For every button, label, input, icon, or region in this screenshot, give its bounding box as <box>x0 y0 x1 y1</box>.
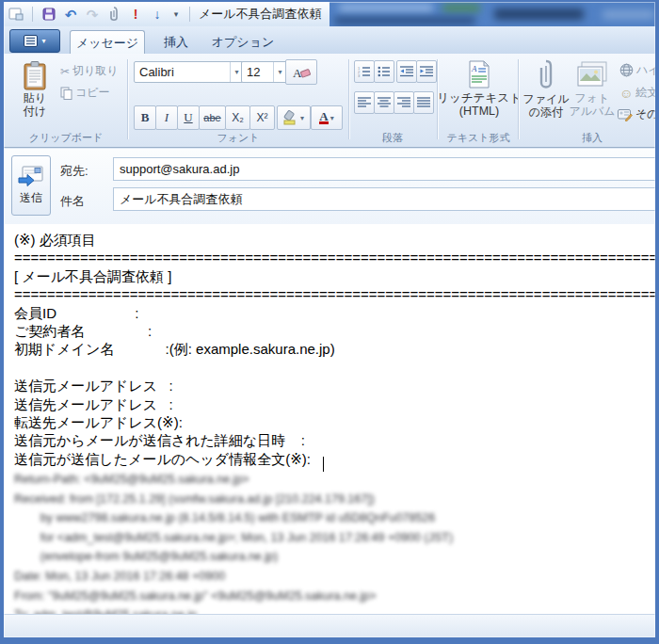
superscript-button[interactable]: X² <box>249 105 275 130</box>
blurred-header-line: Date: Mon, 13 Jun 2016 17:26:48 +0900 <box>14 567 655 587</box>
paste-label: 貼り <box>24 91 46 105</box>
decrease-indent-button[interactable] <box>396 60 417 83</box>
attach-file-icon[interactable] <box>105 6 122 23</box>
cut-label: 切り取り <box>72 63 119 79</box>
body-line: 転送先メールアドレス(※): <box>14 413 655 431</box>
body-line: 送信元からメールが送信された詳細な日時 : <box>14 431 655 449</box>
highlight-pen-icon <box>283 110 298 125</box>
highlight-color-button[interactable]: ▾ <box>277 105 311 130</box>
chevron-down-icon: ▾ <box>300 114 304 122</box>
copy-icon <box>60 87 72 100</box>
ribbon: 貼り 付け ✂ 切り取り コピー クリップボード Calibri ▾ 12 ▾ … <box>2 54 655 148</box>
body-line: ========================================… <box>14 249 655 266</box>
attach-file-label: ファイル <box>522 92 569 105</box>
blurred-header-line: Received: from [172.25.1.29] (ssmfw.saku… <box>14 490 655 509</box>
other-insert-button[interactable]: その他 ▾ <box>618 106 659 122</box>
body-line: 送信先メールアドレス : <box>14 395 655 413</box>
paste-button[interactable]: 貼り 付け <box>13 58 56 130</box>
titlebar: ↶ ↷ ! ↓ ▾ メール不具合調査依頼 <box>2 2 655 26</box>
rich-text-format-button[interactable]: A リッチテキスト (HTML) <box>442 57 516 131</box>
italic-button[interactable]: I <box>155 105 178 130</box>
send-label: 送信 <box>20 190 42 206</box>
underline-button[interactable]: U <box>177 105 200 130</box>
cut-button[interactable]: ✂ 切り取り <box>60 63 119 79</box>
clear-formatting-icon: A <box>292 65 311 80</box>
numbered-list-button[interactable]: 123 <box>354 60 375 83</box>
qat-customize-icon[interactable]: ▾ <box>170 6 182 23</box>
subject-label: 件名 <box>60 193 85 210</box>
quick-access-toolbar: ↶ ↷ ! ↓ ▾ <box>8 6 193 23</box>
clear-formatting-button[interactable]: A <box>285 59 317 85</box>
copy-button[interactable]: コピー <box>60 85 110 101</box>
status-bar <box>2 614 655 638</box>
increase-indent-button[interactable] <box>416 60 437 83</box>
blurred-header-line: by www2798.sakura.ne.jp (8.14.5/8.14.5) … <box>14 508 655 528</box>
group-label-clipboard: クリップボード <box>6 131 126 145</box>
subscript-button[interactable]: X₂ <box>225 105 250 130</box>
file-menu-icon <box>24 35 38 47</box>
copy-label: コピー <box>75 85 110 101</box>
strikethrough-button[interactable]: abe <box>199 105 226 130</box>
group-label-text-format: テキスト形式 <box>439 131 518 145</box>
high-importance-icon[interactable]: ! <box>127 6 144 23</box>
body-line <box>14 359 655 377</box>
body-line: 送信元が送信したメールのヘッダ情報全文(※): <box>14 450 655 468</box>
window-title: メール不具合調査依頼 <box>199 6 322 23</box>
bullet-list-button[interactable] <box>374 60 394 83</box>
tab-options[interactable]: オプション <box>209 30 277 54</box>
undo-icon[interactable]: ↶ <box>62 6 79 23</box>
font-color-button[interactable]: A ▾ <box>311 105 343 130</box>
hyperlink-label: ハイパーリンク <box>636 62 655 78</box>
align-center-button[interactable] <box>374 91 394 114</box>
font-size-combo[interactable]: 12 ▾ <box>241 61 287 83</box>
align-left-button[interactable] <box>354 91 375 114</box>
font-family-combo[interactable]: Calibri ▾ <box>134 61 244 83</box>
hyperlink-button[interactable]: ハイパーリンク <box>619 62 655 78</box>
blurred-header-line: for <adm_test@9uM25.sakura.ne.jp>; Mon, … <box>14 528 655 548</box>
group-separator <box>518 59 519 139</box>
emoji-button[interactable]: ☺ 絵文字 ▾ <box>619 85 659 101</box>
paste-label: 付け <box>24 105 46 118</box>
paste-clipboard-icon <box>23 61 47 91</box>
justify-button[interactable] <box>413 91 434 114</box>
system-menu-icon[interactable] <box>8 6 24 23</box>
emoji-label: 絵文字 <box>635 85 659 101</box>
file-menu-button[interactable]: ▾ <box>9 29 60 53</box>
blurred-header-line: To: adm_test@9uM25.sakura.ne.jp <box>14 605 655 614</box>
send-mail-icon <box>18 165 44 187</box>
blurred-email-headers: Return-Path: <9uM25@9uM25.sakura.ne.jp> … <box>14 470 655 614</box>
smiley-icon: ☺ <box>619 86 633 101</box>
globe-icon <box>619 63 634 77</box>
send-button[interactable]: 送信 <box>11 155 51 216</box>
chevron-down-icon: ▾ <box>330 114 334 122</box>
message-body-editor[interactable]: (※) 必須項目 ===============================… <box>2 224 655 614</box>
redacted-blob <box>334 17 475 24</box>
group-separator <box>127 59 128 139</box>
file-menu-dropdown-icon: ▾ <box>41 37 45 45</box>
attach-file-button[interactable]: ファイル の添付 <box>523 57 569 131</box>
subject-field[interactable] <box>113 187 659 211</box>
font-color-icon: A <box>319 111 328 124</box>
tab-message[interactable]: メッセージ <box>70 30 145 55</box>
bold-button[interactable]: B <box>134 105 156 130</box>
save-icon[interactable] <box>40 6 57 23</box>
body-line: 送信元メールアドレス : <box>14 377 655 394</box>
tab-insert[interactable]: 挿入 <box>151 30 201 54</box>
paperclip-icon <box>538 59 555 90</box>
redacted-blob <box>494 8 584 20</box>
svg-text:A: A <box>471 64 477 73</box>
photo-album-button[interactable]: フォト アルバム <box>569 57 616 131</box>
to-field[interactable] <box>113 157 659 181</box>
blurred-header-line: (envelope-from 9uM25@9uM25.sakura.ne.jp) <box>14 547 655 567</box>
rich-text-label: リッチテキスト <box>437 91 522 105</box>
photo-album-icon <box>576 61 608 89</box>
message-compose-window: ↶ ↷ ! ↓ ▾ メール不具合調査依頼 ▾ メッセージ 挿入 オプション <box>0 0 659 644</box>
low-importance-icon[interactable]: ↓ <box>149 6 166 23</box>
align-right-button[interactable] <box>394 91 414 114</box>
titlebar-redacted-region <box>330 2 655 26</box>
qat-separator <box>189 7 190 22</box>
cut-icon: ✂ <box>60 65 70 78</box>
font-family-value: Calibri <box>139 65 174 79</box>
photo-album-label: アルバム <box>569 105 615 118</box>
to-label: 宛先: <box>60 163 88 180</box>
